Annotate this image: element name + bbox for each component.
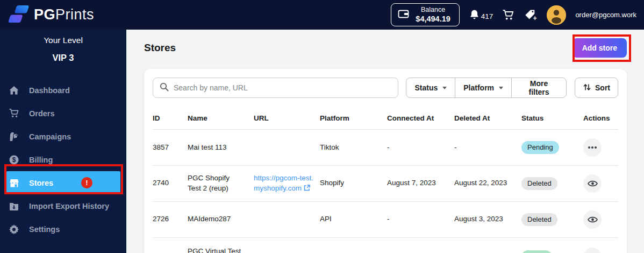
- col-header-platform: Platform: [320, 107, 387, 130]
- table-row: 2740 PGC Shopify Test 2 (reup) https://p…: [153, 166, 618, 202]
- sidebar-item-label: Orders: [29, 109, 55, 118]
- search-box: [153, 78, 398, 98]
- status-badge: Deleted: [521, 177, 557, 190]
- sort-label: Sort: [595, 83, 610, 92]
- store-url-link[interactable]: https://pgcom-test.myshopify.com: [254, 174, 313, 192]
- search-icon: [160, 82, 169, 94]
- row-view-button[interactable]: [583, 210, 602, 229]
- col-header-actions: Actions: [583, 107, 618, 130]
- cell-status: Active: [521, 237, 583, 253]
- cell-url: https://pgcom-test.myshopify.com: [254, 166, 320, 202]
- chevron-down-icon: [442, 87, 447, 89]
- balance-button[interactable]: Balance $4,494.19: [391, 3, 460, 27]
- external-link-icon: [304, 185, 310, 191]
- person-avatar[interactable]: [547, 5, 566, 25]
- status-filter-button[interactable]: Status: [406, 78, 455, 98]
- cell-deleted-at: -: [454, 130, 521, 166]
- col-header-connected-at: Connected At: [387, 107, 454, 130]
- user-level-label: Your Level: [0, 36, 126, 45]
- cell-deleted-at: -: [454, 237, 521, 253]
- chevron-down-icon: [499, 87, 503, 89]
- row-menu-button[interactable]: [583, 138, 602, 157]
- cell-actions: [583, 237, 618, 253]
- cell-name: PGC Virtual Test selling Sh: [188, 237, 254, 253]
- cell-actions: [583, 201, 618, 237]
- col-header-status: Status: [521, 107, 583, 130]
- stores-alert-badge: !: [81, 177, 92, 188]
- sidebar: Your Level VIP 3 Dashboard Orders: [0, 30, 126, 253]
- more-filters-label: More filters: [520, 79, 558, 96]
- svg-text:$: $: [12, 156, 16, 164]
- cell-platform: API: [320, 201, 387, 237]
- cell-platform: Shopify: [320, 166, 387, 202]
- cell-name: Mai test 113: [188, 130, 254, 166]
- page-title: Stores: [144, 42, 176, 54]
- sidebar-item-label: Billing: [29, 156, 53, 164]
- notification-count: 417: [481, 12, 493, 20]
- cell-actions: [583, 166, 618, 202]
- more-filters-button[interactable]: More filters: [511, 78, 567, 98]
- sidebar-item-label: Import Export History: [29, 202, 109, 210]
- user-level-value: VIP 3: [0, 53, 126, 63]
- add-store-button[interactable]: Add store: [573, 38, 627, 58]
- col-header-id: ID: [153, 107, 188, 130]
- status-badge: Active: [521, 250, 552, 253]
- sidebar-item-dashboard[interactable]: Dashboard: [0, 79, 126, 102]
- campaign-tag-icon: [8, 131, 20, 142]
- cell-id: 2580: [153, 237, 188, 253]
- search-input[interactable]: [174, 83, 391, 92]
- store-icon: [8, 178, 20, 188]
- stores-card: Status Platform More filters: [144, 69, 627, 253]
- bell-icon[interactable]: [469, 9, 480, 20]
- cell-url: [254, 237, 320, 253]
- sidebar-menu: Dashboard Orders Campaigns: [0, 79, 126, 241]
- col-header-url: URL: [254, 107, 320, 130]
- cart-icon: [8, 108, 20, 118]
- eye-icon: [588, 180, 598, 187]
- cell-deleted-at: August 3, 2023: [454, 201, 521, 237]
- table-row: 2580 PGC Virtual Test selling Sh Virtual…: [153, 237, 618, 253]
- sidebar-item-label: Campaigns: [29, 132, 71, 141]
- dollar-icon: $: [8, 154, 20, 165]
- user-email: order@pgcom.work: [575, 11, 636, 19]
- cart-icon[interactable]: [502, 9, 515, 21]
- cell-connected-at: August 7, 2023: [387, 166, 454, 202]
- sidebar-item-campaigns[interactable]: Campaigns: [0, 125, 126, 148]
- sidebar-item-settings[interactable]: Settings: [0, 217, 126, 241]
- sidebar-item-import-export-history[interactable]: Import Export History: [0, 194, 126, 217]
- cell-status: Deleted: [521, 166, 583, 202]
- status-badge: Deleted: [521, 213, 557, 226]
- row-menu-button[interactable]: [583, 248, 602, 253]
- sidebar-item-orders[interactable]: Orders: [0, 102, 126, 125]
- platform-filter-button[interactable]: Platform: [455, 78, 512, 98]
- cell-platform: Virtual: [320, 237, 387, 253]
- cell-deleted-at: August 22, 2023: [454, 166, 521, 202]
- wallet-icon: [397, 8, 410, 22]
- cell-id: 3857: [153, 130, 188, 166]
- home-icon: [8, 85, 20, 96]
- cell-connected-at: -: [387, 130, 454, 166]
- tag-plus-icon[interactable]: +: [524, 9, 538, 21]
- sort-arrows-icon: [583, 83, 591, 93]
- sidebar-item-billing[interactable]: $ Billing: [0, 148, 126, 171]
- cell-status: Deleted: [521, 201, 583, 237]
- sidebar-item-label: Dashboard: [29, 86, 70, 95]
- cell-id: 2740: [153, 166, 188, 202]
- cell-name: MAIdemo287: [188, 201, 254, 237]
- sort-button[interactable]: Sort: [575, 78, 618, 98]
- main-content: Stores Add store Status Platform: [126, 30, 644, 253]
- folder-import-icon: [8, 201, 20, 212]
- cell-connected-at: -: [387, 237, 454, 253]
- topbar: PGPrints Balance $4,494.19 417: [0, 0, 644, 30]
- brand-name: PGPrints: [34, 6, 94, 23]
- col-header-name: Name: [188, 107, 254, 130]
- cell-status: Pending: [521, 130, 583, 166]
- sidebar-item-stores[interactable]: Stores !: [6, 171, 120, 194]
- gear-icon: [8, 224, 20, 235]
- brand-logo[interactable]: PGPrints: [8, 4, 94, 26]
- row-view-button[interactable]: [583, 174, 602, 193]
- cell-name: PGC Shopify Test 2 (reup): [188, 166, 254, 202]
- pgprints-logo-icon: [8, 4, 29, 26]
- status-badge: Pending: [521, 141, 559, 154]
- status-filter-label: Status: [414, 83, 438, 92]
